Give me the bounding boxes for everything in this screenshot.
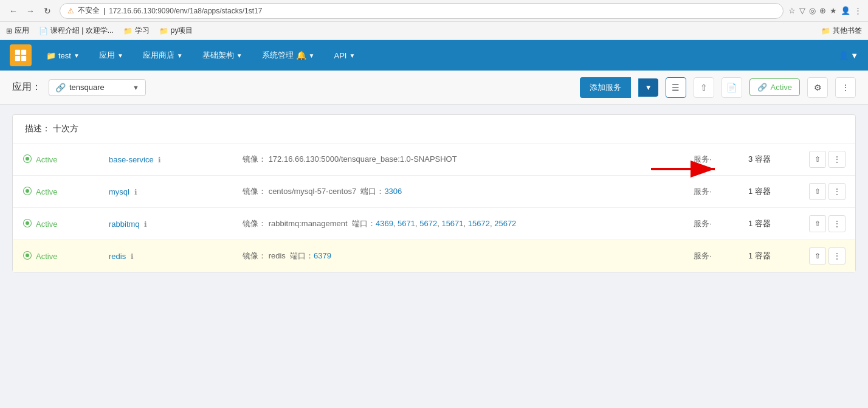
port-link[interactable]: 4369 — [376, 219, 393, 228]
bookmark-study[interactable]: 📁 学习 — [123, 26, 150, 36]
deploy-button[interactable]: ⇧ — [809, 183, 826, 200]
share-button[interactable]: ⇧ — [694, 77, 714, 98]
port-link[interactable]: 6379 — [314, 251, 331, 260]
security-warning-text: 不安全 — [78, 5, 100, 16]
warning-icon: 🔔 — [296, 50, 306, 60]
status-text: Active — [36, 187, 57, 196]
service-name-link[interactable]: base-service — [109, 155, 154, 164]
port-label: 端口： — [360, 187, 384, 196]
port-label: 端口： — [290, 251, 314, 260]
status-text: Active — [36, 252, 57, 261]
deploy-button[interactable]: ⇧ — [809, 151, 826, 168]
bookmark-apps[interactable]: ⊞ 应用 — [6, 26, 29, 36]
port-separator: , — [464, 219, 468, 228]
port-link[interactable]: 15672 — [468, 219, 490, 228]
status-icon — [22, 218, 32, 230]
active-status-button[interactable]: 🔗 Active — [749, 78, 800, 96]
app-logo — [10, 44, 32, 66]
menu-icon[interactable]: ⋮ — [854, 6, 862, 15]
port-link[interactable]: 5671 — [398, 219, 415, 228]
nav-item-appstore[interactable]: 应用商店 ▼ — [138, 47, 188, 63]
user-icon[interactable]: 👤 — [841, 6, 850, 15]
nav-test-label: test — [58, 51, 71, 60]
user-avatar-icon: 👤 ▼ — [839, 51, 858, 60]
list-view-icon: ☰ — [672, 83, 680, 92]
bookmark-other-label: 其他书签 — [833, 26, 862, 36]
service-name-link[interactable]: rabbitmq — [109, 220, 140, 229]
info-icon[interactable]: ℹ — [144, 220, 147, 229]
port-link[interactable]: 5672 — [419, 219, 437, 228]
bookmark-py[interactable]: 📁 py项目 — [159, 26, 193, 36]
container-count: 1 容器 — [748, 219, 771, 228]
settings-button[interactable]: ⚙ — [807, 77, 828, 98]
test-chevron-icon: ▼ — [74, 52, 80, 59]
bookmark-other[interactable]: 📁 其他书签 — [821, 26, 862, 36]
add-service-dropdown-button[interactable]: ▼ — [638, 78, 658, 97]
nav-item-test[interactable]: 📁 test ▼ — [41, 49, 84, 63]
bookmark-course[interactable]: 📄 课程介绍 | 欢迎学... — [39, 26, 114, 36]
back-button[interactable]: ← — [6, 4, 21, 18]
address-bar[interactable]: ⚠ 不安全 | 172.16.66.130:9090/env/1a8/apps/… — [60, 3, 784, 19]
info-icon[interactable]: ℹ — [131, 252, 134, 261]
row-more-button[interactable]: ⋮ — [828, 247, 846, 265]
list-view-button[interactable]: ☰ — [666, 77, 686, 98]
status-cell: Active — [22, 251, 89, 262]
extension-icon[interactable]: ▽ — [799, 6, 805, 15]
forward-button[interactable]: → — [23, 4, 38, 18]
browser-nav-buttons: ← → ↻ — [6, 4, 55, 18]
appstore-chevron-icon: ▼ — [177, 52, 183, 59]
row-more-button[interactable]: ⋮ — [828, 183, 846, 200]
image-cell: 镜像： redis 端口：6379 — [243, 251, 331, 260]
service-name-link[interactable]: redis — [109, 252, 126, 261]
document-button[interactable]: 📄 — [722, 77, 742, 98]
app-selector-dropdown[interactable]: 🔗 tensquare ▼ — [49, 79, 146, 96]
security-warning-icon: ⚠ — [67, 7, 74, 15]
container-count: 3 容器 — [748, 154, 771, 164]
nav-sysadmin-label: 系统管理 — [262, 50, 294, 61]
services-table-wrapper: Active base-service ℹ镜像： 172.16.66.130:5… — [13, 143, 855, 272]
row-actions: ⇧ ⋮ — [809, 215, 846, 232]
table-row: Active redis ℹ镜像： redis 端口：6379服务·1 容器 ⇧… — [13, 240, 855, 272]
nav-item-sysadmin[interactable]: 系统管理 🔔 ▼ — [257, 47, 320, 63]
port-link[interactable]: 3306 — [384, 187, 402, 196]
browser-actions: ☆ ▽ ◎ ⊕ ★ 👤 ⋮ — [788, 6, 862, 15]
nav-item-apps[interactable]: 应用 ▼ — [94, 47, 128, 63]
info-icon[interactable]: ℹ — [158, 156, 161, 164]
bookmark-other-icon: 📁 — [821, 27, 830, 35]
svg-point-8 — [26, 221, 29, 225]
apps-label: 应用： — [12, 81, 41, 94]
deploy-button[interactable]: ⇧ — [809, 215, 826, 232]
table-row: Active mysql ℹ镜像： centos/mysql-57-centos… — [13, 176, 855, 208]
bookmark-course-label: 课程介绍 | 欢迎学... — [50, 26, 114, 36]
nav-item-api[interactable]: API ▼ — [329, 49, 360, 63]
row-more-button[interactable]: ⋮ — [828, 215, 846, 232]
nav-item-infrastructure[interactable]: 基础架构 ▼ — [198, 47, 247, 63]
port-link[interactable]: 25672 — [494, 219, 516, 228]
refresh-button[interactable]: ↻ — [40, 4, 55, 18]
star-icon[interactable]: ☆ — [788, 6, 796, 15]
bookmark-ext-icon[interactable]: ★ — [830, 6, 837, 15]
description-label: 描述： — [25, 123, 50, 133]
more-options-icon: ⋮ — [841, 83, 850, 92]
image-value: 172.16.66.130:5000/tensquare_base:1.0-SN… — [269, 154, 457, 164]
container-count: 1 容器 — [748, 187, 771, 196]
more-options-button[interactable]: ⋮ — [835, 77, 856, 98]
bookmark-apps-label: 应用 — [15, 26, 29, 36]
service-name-link[interactable]: mysql — [109, 187, 129, 196]
add-service-button[interactable]: 添加服务 — [580, 77, 631, 98]
app-selector-icon: 🔗 — [55, 83, 66, 92]
url-text: 172.16.66.130:9090/env/1a8/apps/stacks/1… — [109, 7, 262, 15]
deploy-button[interactable]: ⇧ — [809, 247, 826, 265]
status-icon — [22, 251, 32, 262]
user-profile-button[interactable]: 👤 ▼ — [839, 51, 858, 60]
status-icon — [22, 186, 32, 198]
row-more-button[interactable]: ⋮ — [828, 151, 846, 168]
svg-rect-3 — [21, 56, 26, 61]
extension2-icon[interactable]: ◎ — [809, 6, 816, 15]
info-icon[interactable]: ℹ — [134, 188, 137, 196]
port-link[interactable]: 15671 — [441, 219, 463, 228]
extension3-icon[interactable]: ⊕ — [819, 6, 826, 15]
status-icon — [22, 154, 32, 165]
table-row: Active rabbitmq ℹ镜像： rabbitmq:management… — [13, 208, 855, 240]
description-text: 十次方 — [53, 123, 78, 133]
